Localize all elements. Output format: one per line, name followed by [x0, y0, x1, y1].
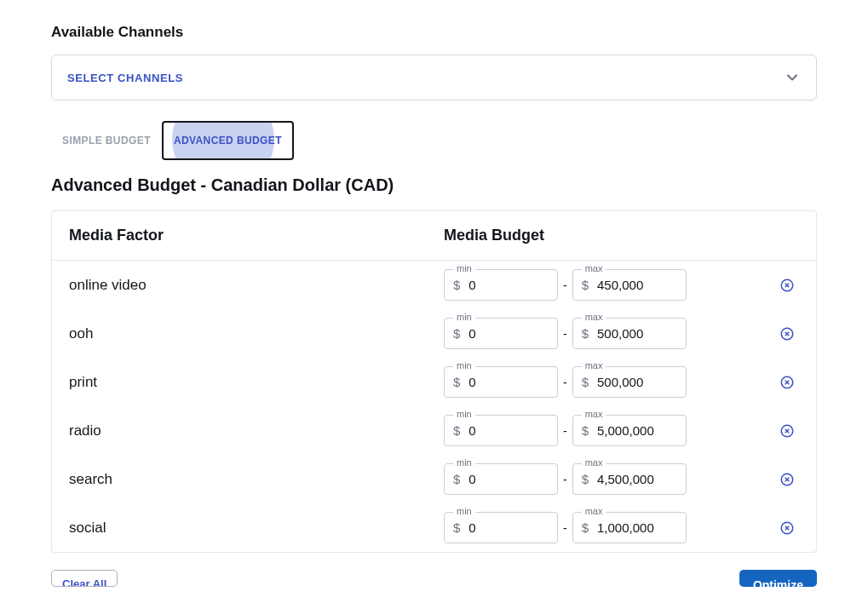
available-channels-title: Available Channels — [51, 24, 817, 41]
range-dash: - — [563, 521, 567, 535]
clear-all-label: Clear All — [62, 577, 106, 587]
max-field: max$ — [572, 463, 687, 495]
min-input[interactable] — [467, 422, 549, 439]
media-budget-cell: min$-max$ — [444, 463, 799, 495]
remove-row-button[interactable] — [779, 422, 796, 439]
media-factor-label: ooh — [69, 325, 444, 342]
table-row: searchmin$-max$ — [52, 455, 816, 503]
dollar-icon: $ — [453, 326, 460, 341]
dollar-icon: $ — [582, 520, 589, 535]
dollar-icon: $ — [582, 278, 589, 292]
range-dash: - — [563, 473, 567, 486]
select-channels-dropdown[interactable]: SELECT CHANNELS — [51, 55, 817, 100]
remove-row-button[interactable] — [779, 277, 796, 294]
media-budget-cell: min$-max$ — [444, 512, 799, 543]
close-circle-icon — [779, 423, 795, 439]
min-field: min$ — [444, 269, 558, 301]
max-field: max$ — [572, 366, 687, 398]
max-legend: max — [582, 457, 606, 468]
tab-advanced-budget[interactable]: ADVANCED BUDGET — [162, 121, 294, 160]
max-field: max$ — [572, 415, 687, 446]
max-field: max$ — [572, 318, 687, 349]
media-factor-label: search — [69, 471, 444, 488]
max-input[interactable] — [595, 471, 677, 487]
range-dash: - — [563, 327, 567, 341]
max-input[interactable] — [595, 325, 677, 342]
budget-tabs: SIMPLE BUDGET ADVANCED BUDGET — [51, 121, 817, 160]
media-factor-label: print — [69, 374, 444, 391]
table-row: socialmin$-max$ — [52, 503, 816, 552]
min-field: min$ — [444, 415, 558, 446]
page-root: Available Channels SELECT CHANNELS SIMPL… — [0, 0, 868, 587]
table-row: online videomin$-max$ — [52, 261, 816, 309]
min-legend: min — [453, 506, 475, 516]
dollar-icon: $ — [453, 278, 460, 292]
close-circle-icon — [779, 472, 795, 487]
max-legend: max — [582, 263, 606, 273]
remove-row-button[interactable] — [779, 520, 796, 537]
close-circle-icon — [779, 520, 795, 536]
min-legend: min — [453, 360, 475, 370]
min-input[interactable] — [467, 325, 549, 342]
close-circle-icon — [779, 278, 795, 293]
budget-table: Media Factor Media Budget online videomi… — [51, 210, 817, 553]
close-circle-icon — [779, 375, 795, 390]
table-body: online videomin$-max$oohmin$-max$printmi… — [52, 261, 816, 552]
close-circle-icon — [779, 326, 795, 342]
min-input[interactable] — [467, 374, 549, 390]
optimize-label: Optimize — [753, 578, 803, 587]
min-field: min$ — [444, 366, 558, 398]
max-legend: max — [582, 409, 606, 419]
dollar-icon: $ — [582, 375, 589, 389]
table-header: Media Factor Media Budget — [52, 211, 816, 261]
dollar-icon: $ — [582, 423, 589, 438]
min-input[interactable] — [467, 520, 549, 536]
select-channels-label: SELECT CHANNELS — [67, 72, 183, 84]
max-legend: max — [582, 360, 606, 370]
advanced-budget-title: Advanced Budget - Canadian Dollar (CAD) — [51, 175, 817, 195]
range-dash: - — [563, 376, 567, 389]
remove-row-button[interactable] — [779, 471, 796, 488]
media-budget-cell: min$-max$ — [444, 366, 799, 398]
table-row: printmin$-max$ — [52, 358, 816, 406]
min-legend: min — [453, 312, 475, 322]
remove-row-button[interactable] — [779, 325, 796, 342]
col-header-media-factor: Media Factor — [69, 227, 444, 244]
table-row: radiomin$-max$ — [52, 406, 816, 455]
min-field: min$ — [444, 463, 558, 495]
max-legend: max — [582, 506, 606, 516]
table-row: oohmin$-max$ — [52, 309, 816, 358]
max-field: max$ — [572, 512, 687, 543]
media-factor-label: social — [69, 520, 444, 537]
max-field: max$ — [572, 269, 687, 301]
clear-all-button[interactable]: Clear All — [51, 570, 118, 587]
dollar-icon: $ — [582, 472, 589, 486]
media-factor-label: online video — [69, 277, 444, 294]
max-input[interactable] — [595, 520, 677, 536]
tab-advanced-label: ADVANCED BUDGET — [174, 135, 282, 146]
max-legend: max — [582, 312, 606, 322]
media-budget-cell: min$-max$ — [444, 415, 799, 446]
dollar-icon: $ — [453, 375, 460, 389]
min-input[interactable] — [467, 277, 549, 293]
max-input[interactable] — [595, 374, 677, 390]
dollar-icon: $ — [453, 423, 460, 438]
remove-row-button[interactable] — [779, 374, 796, 391]
range-dash: - — [563, 279, 567, 292]
dollar-icon: $ — [582, 326, 589, 341]
min-legend: min — [453, 409, 475, 419]
dollar-icon: $ — [453, 472, 460, 486]
range-dash: - — [563, 424, 567, 438]
tab-simple-label: SIMPLE BUDGET — [62, 135, 151, 146]
min-field: min$ — [444, 512, 558, 543]
tab-simple-budget[interactable]: SIMPLE BUDGET — [51, 121, 162, 160]
media-budget-cell: min$-max$ — [444, 269, 799, 301]
min-legend: min — [453, 263, 475, 273]
col-header-media-budget: Media Budget — [444, 227, 799, 244]
min-input[interactable] — [467, 471, 549, 487]
dollar-icon: $ — [453, 520, 460, 535]
max-input[interactable] — [595, 277, 677, 293]
media-factor-label: radio — [69, 422, 444, 439]
max-input[interactable] — [595, 422, 677, 439]
optimize-button[interactable]: Optimize — [739, 570, 817, 587]
